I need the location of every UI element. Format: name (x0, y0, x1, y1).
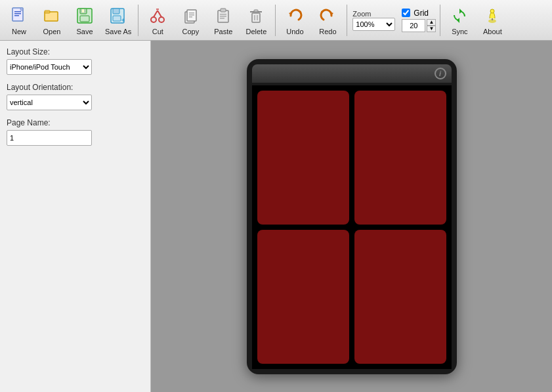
grid-checkbox[interactable] (402, 9, 410, 17)
phone-tile-2 (354, 91, 446, 225)
layout-size-select[interactable]: iPhone/iPod Touch iPad Android Phone And… (7, 59, 92, 75)
separator-3 (347, 5, 347, 36)
grid-value-input[interactable] (402, 19, 425, 32)
svg-text:+: + (121, 17, 125, 24)
svg-rect-24 (189, 14, 194, 16)
save-icon (75, 7, 94, 25)
about-icon (483, 7, 501, 25)
sync-button[interactable]: Sync (443, 2, 476, 39)
open-icon (43, 7, 61, 25)
phone-tile-3 (257, 230, 349, 364)
svg-rect-10 (80, 16, 89, 22)
phone-info-icon[interactable]: i (435, 68, 446, 79)
svg-rect-30 (220, 18, 224, 19)
redo-button[interactable]: Redo (311, 2, 344, 39)
page-name-input[interactable] (7, 130, 92, 146)
paste-icon (214, 7, 232, 25)
grid-label: Grid (414, 9, 429, 18)
new-icon (10, 7, 28, 25)
svg-point-17 (159, 17, 164, 22)
svg-line-19 (158, 11, 161, 17)
svg-rect-1 (14, 11, 21, 12)
copy-button[interactable]: Copy (174, 2, 207, 39)
svg-rect-14 (113, 16, 121, 21)
paste-button[interactable]: Paste (207, 2, 240, 39)
svg-rect-29 (220, 16, 226, 17)
layout-size-label: Layout Size: (7, 47, 144, 56)
layout-orientation-select[interactable]: vertical horizontal (7, 95, 92, 110)
new-button[interactable]: New (3, 2, 35, 39)
delete-button[interactable]: Delete (240, 2, 272, 39)
phone-top-bar: i (252, 64, 452, 83)
save-button[interactable]: Save (68, 2, 101, 39)
page-name-label: Page Name: (7, 118, 144, 127)
svg-rect-23 (189, 12, 194, 14)
svg-line-18 (154, 11, 158, 17)
copy-icon (181, 7, 200, 25)
undo-icon (286, 7, 304, 25)
grid-spin-down[interactable]: ▼ (427, 26, 436, 32)
svg-point-41 (490, 9, 494, 13)
layout-size-section: Layout Size: iPhone/iPod Touch iPad Andr… (7, 47, 144, 75)
svg-rect-28 (220, 14, 226, 15)
grid-group: Grid ▲ ▼ (402, 9, 436, 32)
canvas-area: i (151, 41, 552, 392)
phone-mockup: i (247, 59, 457, 374)
cut-button[interactable]: Cut (141, 2, 174, 39)
svg-point-16 (151, 17, 156, 22)
grid-spinner: ▲ ▼ (427, 19, 436, 32)
svg-rect-2 (14, 13, 21, 14)
redo-icon (318, 7, 337, 25)
sync-icon (450, 7, 469, 25)
zoom-label: Zoom (352, 10, 371, 18)
zoom-group: Zoom 100% 75% 50% 150% 200% (352, 10, 395, 31)
separator-4 (440, 5, 440, 36)
svg-rect-25 (189, 16, 192, 18)
svg-rect-31 (252, 13, 260, 22)
layout-orientation-section: Layout Orientation: vertical horizontal (7, 83, 144, 110)
page-name-section: Page Name: (7, 118, 144, 146)
zoom-select[interactable]: 100% 75% 50% 150% 200% (352, 18, 395, 31)
undo-button[interactable]: Undo (278, 2, 311, 39)
phone-content (252, 85, 452, 369)
sidebar: Layout Size: iPhone/iPod Touch iPad Andr… (0, 41, 151, 392)
phone-tile-4 (354, 230, 446, 364)
phone-tile-1 (257, 91, 349, 225)
layout-orientation-label: Layout Orientation: (7, 83, 144, 92)
svg-rect-3 (14, 15, 19, 16)
svg-rect-13 (113, 9, 119, 14)
cut-icon (148, 7, 167, 25)
grid-spin-up[interactable]: ▲ (427, 19, 436, 26)
saveas-icon: + (109, 7, 127, 25)
delete-icon (247, 7, 265, 25)
toolbar: New Open Save (0, 0, 552, 41)
saveas-button[interactable]: + Save As (101, 2, 135, 39)
main-area: Layout Size: iPhone/iPod Touch iPad Andr… (0, 41, 552, 392)
separator-1 (138, 5, 138, 36)
separator-2 (275, 5, 276, 36)
about-button[interactable]: About (476, 2, 509, 39)
svg-rect-33 (254, 10, 258, 12)
open-button[interactable]: Open (35, 2, 68, 39)
svg-rect-27 (221, 9, 226, 12)
svg-rect-11 (82, 9, 84, 12)
